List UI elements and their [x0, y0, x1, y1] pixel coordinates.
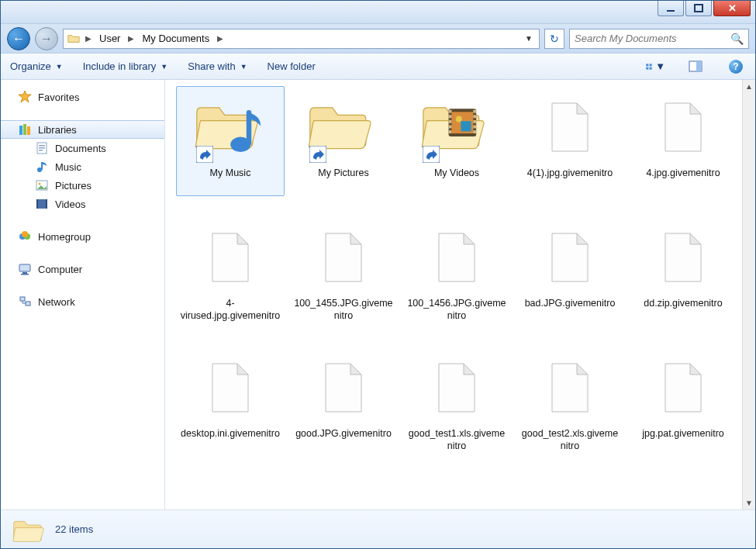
- favorites-label: Favorites: [38, 92, 79, 103]
- file-item[interactable]: good_test1.xls.givemenitro: [402, 347, 511, 457]
- sidebar-network[interactable]: Network: [1, 292, 164, 311]
- file-icon: [316, 226, 371, 288]
- command-bar: Organize ▼ Include in library ▼ Share wi…: [1, 54, 755, 80]
- file-icon: [656, 226, 710, 288]
- file-icon: [430, 226, 484, 288]
- search-input[interactable]: [575, 33, 726, 44]
- pic-icon: [35, 179, 49, 192]
- include-label: Include in library: [83, 60, 157, 72]
- new-folder-button[interactable]: New folder: [268, 60, 316, 72]
- file-item[interactable]: 4-virused.jpg.givemenitro: [176, 216, 285, 326]
- help-button[interactable]: ?: [726, 58, 746, 75]
- organize-button[interactable]: Organize ▼: [10, 60, 63, 72]
- file-list[interactable]: My MusicMy PicturesMy Videos4(1).jpg.giv…: [165, 80, 742, 509]
- arrow-right-icon: →: [40, 32, 53, 46]
- search-box[interactable]: 🔍: [569, 29, 749, 49]
- arrow-left-icon: ←: [12, 32, 25, 46]
- item-label: bad.JPG.givemenitro: [525, 298, 616, 323]
- computer-label: Computer: [38, 264, 82, 275]
- sidebar-item-label: Documents: [55, 143, 106, 154]
- change-view-button[interactable]: ▼: [645, 58, 665, 75]
- star-icon: [18, 91, 32, 103]
- minimize-button[interactable]: [658, 1, 684, 16]
- file-item[interactable]: dd.zip.givemenitro: [629, 216, 737, 326]
- homegroup-label: Homegroup: [38, 231, 91, 243]
- file-item[interactable]: jpg.pat.givemenitro: [629, 347, 737, 457]
- sidebar-libraries[interactable]: Libraries: [1, 120, 164, 139]
- sidebar-library-item[interactable]: Documents: [1, 139, 164, 157]
- file-item[interactable]: good.JPG.givemenitro: [289, 347, 398, 457]
- new-folder-label: New folder: [268, 60, 316, 72]
- share-with-button[interactable]: Share with ▼: [188, 60, 247, 72]
- chevron-down-icon: ▼: [655, 60, 665, 72]
- item-label: good_test2.xls.givemenitro: [520, 428, 620, 453]
- file-icon: [656, 357, 710, 419]
- file-item[interactable]: 100_1456.JPG.givemenitro: [402, 216, 511, 326]
- vertical-scrollbar[interactable]: ▲ ▼: [742, 80, 755, 509]
- organize-label: Organize: [10, 60, 51, 72]
- navigation-pane: Favorites Libraries DocumentsMusicPictur…: [1, 80, 165, 509]
- breadcrumb-user[interactable]: User: [96, 33, 123, 44]
- close-icon: ✕: [728, 2, 737, 14]
- folder-item[interactable]: My Pictures: [289, 86, 398, 196]
- file-icon: [203, 357, 257, 419]
- vid-icon: [35, 198, 49, 210]
- item-label: My Videos: [434, 167, 479, 192]
- file-item[interactable]: 4(1).jpg.givemenitro: [516, 86, 624, 196]
- details-pane: 22 items: [1, 509, 755, 548]
- chevron-down-icon: ▼: [56, 63, 63, 71]
- close-button[interactable]: ✕: [713, 1, 751, 16]
- item-label: 4.jpg.givemenitro: [646, 167, 720, 192]
- refresh-button[interactable]: ↻: [544, 29, 564, 49]
- svg-rect-45: [695, 5, 702, 12]
- item-label: 4-virused.jpg.givemenitro: [180, 298, 281, 323]
- homegroup-icon: [18, 230, 32, 243]
- forward-button[interactable]: →: [35, 27, 58, 50]
- maximize-button[interactable]: [685, 1, 712, 16]
- chevron-down-icon: ▼: [161, 63, 167, 71]
- titlebar: ✕: [1, 1, 755, 24]
- network-label: Network: [38, 296, 75, 308]
- file-icon: [430, 357, 484, 419]
- file-item[interactable]: 100_1455.JPG.givemenitro: [289, 216, 398, 326]
- folder-item[interactable]: My Videos: [402, 86, 511, 196]
- libraries-label: Libraries: [38, 124, 77, 136]
- file-icon: [316, 357, 371, 419]
- item-label: jpg.pat.givemenitro: [642, 428, 724, 453]
- shortcut-overlay-icon: [423, 146, 440, 163]
- sidebar-homegroup[interactable]: Homegroup: [1, 227, 164, 246]
- item-count-label: 22 items: [55, 523, 93, 535]
- item-label: good.JPG.givemenitro: [295, 428, 392, 453]
- item-label: good_test1.xls.givemenitro: [406, 428, 507, 453]
- scroll-down-icon[interactable]: ▼: [743, 496, 755, 509]
- item-label: My Music: [210, 167, 251, 192]
- address-bar[interactable]: ▶ User ▶ My Documents ▶ ▼: [63, 29, 540, 49]
- sidebar-library-item[interactable]: Videos: [1, 195, 164, 213]
- chevron-right-icon: ▶: [216, 34, 225, 43]
- file-item[interactable]: 4.jpg.givemenitro: [629, 86, 737, 196]
- sidebar-computer[interactable]: Computer: [1, 260, 164, 278]
- preview-pane-icon: [689, 60, 702, 74]
- libraries-icon: [18, 123, 32, 136]
- back-button[interactable]: ←: [7, 27, 30, 50]
- folder-item[interactable]: My Music: [176, 86, 285, 196]
- thumbnails-icon: [645, 60, 654, 74]
- breadcrumb-my-documents[interactable]: My Documents: [139, 33, 212, 44]
- preview-pane-button[interactable]: [685, 58, 706, 75]
- item-label: 100_1456.JPG.givemenitro: [406, 298, 507, 323]
- sidebar-item-label: Music: [55, 161, 81, 173]
- shortcut-overlay-icon: [196, 146, 213, 163]
- sidebar-library-item[interactable]: Music: [1, 157, 164, 176]
- include-in-library-button[interactable]: Include in library ▼: [83, 60, 168, 72]
- sidebar-favorites[interactable]: Favorites: [1, 88, 164, 106]
- sidebar-library-item[interactable]: Pictures: [1, 176, 164, 195]
- folder-icon: [12, 515, 44, 544]
- file-icon: [543, 226, 597, 288]
- doc-icon: [35, 142, 49, 154]
- file-item[interactable]: bad.JPG.givemenitro: [516, 216, 624, 326]
- address-dropdown-icon[interactable]: ▼: [522, 34, 536, 43]
- sidebar-item-label: Pictures: [55, 180, 91, 192]
- file-item[interactable]: good_test2.xls.givemenitro: [516, 347, 624, 457]
- scroll-up-icon[interactable]: ▲: [743, 80, 755, 93]
- file-item[interactable]: desktop.ini.givemenitro: [176, 347, 285, 457]
